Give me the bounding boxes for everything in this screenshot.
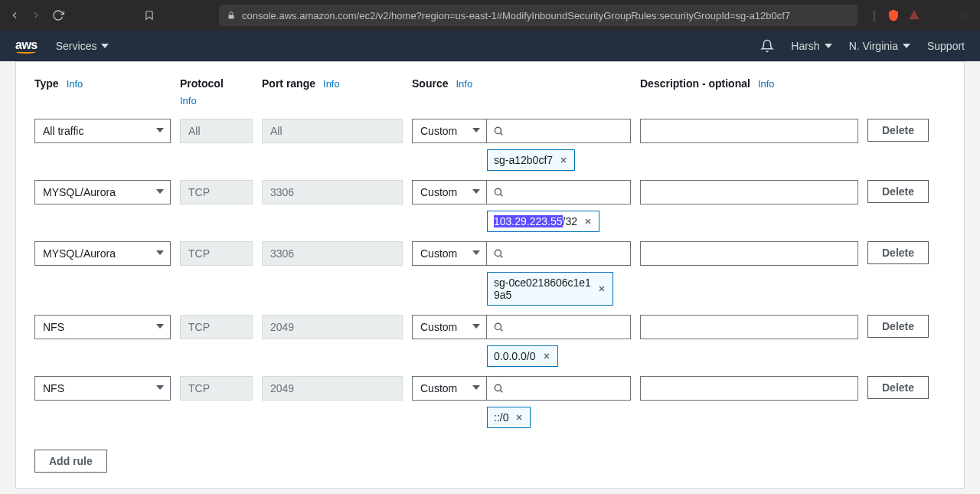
svg-point-14	[495, 323, 501, 329]
ext-icon[interactable]	[908, 9, 920, 21]
protocol-field: TCP	[180, 315, 253, 339]
search-icon	[493, 383, 504, 394]
svg-line-7	[501, 195, 503, 197]
info-link[interactable]: Info	[67, 78, 83, 90]
chevron-down-icon	[156, 250, 164, 255]
port-field: 2049	[262, 376, 403, 401]
info-link[interactable]: Info	[180, 95, 197, 106]
support-menu[interactable]: Support	[927, 40, 965, 52]
port-header: Port range	[262, 77, 315, 90]
source-type-select[interactable]: Custom	[412, 376, 487, 401]
rule-row: NFSTCP2049 Custom ::/0Delete	[34, 376, 946, 428]
svg-line-3	[501, 133, 503, 136]
nav-forward-icon[interactable]	[31, 10, 41, 21]
info-link[interactable]: Info	[323, 78, 340, 90]
user-menu[interactable]: Harsh	[791, 40, 831, 52]
port-field: 3306	[262, 241, 403, 266]
svg-point-1	[960, 11, 969, 20]
protocol-field: TCP	[180, 241, 253, 266]
delete-rule-button[interactable]: Delete	[867, 180, 929, 203]
region-menu[interactable]: N. Virginia	[849, 40, 910, 52]
reload-icon[interactable]	[52, 9, 64, 21]
chevron-down-icon	[472, 385, 480, 390]
delete-rule-button[interactable]: Delete	[867, 241, 929, 264]
search-icon	[493, 322, 504, 332]
type-value: NFS	[43, 321, 64, 333]
remove-tag-icon[interactable]	[559, 155, 568, 165]
svg-point-6	[495, 188, 501, 195]
inbound-rules-panel: Type Info Protocol Info Port range Info …	[15, 61, 965, 489]
delete-rule-button[interactable]: Delete	[867, 119, 929, 142]
chevron-down-icon	[156, 385, 164, 390]
source-search-input[interactable]	[487, 180, 631, 204]
source-tag[interactable]: 0.0.0.0/0	[487, 345, 558, 367]
chevron-down-icon	[156, 128, 164, 132]
protocol-header: Protocol	[180, 77, 224, 90]
type-select[interactable]: NFS	[34, 315, 171, 339]
chevron-down-icon	[472, 128, 480, 132]
svg-line-15	[501, 329, 503, 332]
type-header: Type	[34, 77, 59, 90]
search-icon	[493, 126, 504, 136]
chevron-down-icon	[825, 44, 832, 48]
nav-back-icon[interactable]	[9, 10, 20, 21]
source-search-input[interactable]	[487, 119, 631, 143]
remove-tag-icon[interactable]	[542, 352, 551, 361]
remove-tag-icon[interactable]	[514, 413, 524, 422]
description-input[interactable]	[640, 119, 858, 143]
chevron-down-icon	[156, 189, 164, 194]
chevron-down-icon	[472, 250, 480, 255]
type-select[interactable]: All traffic	[34, 119, 171, 143]
ext2-icon[interactable]	[959, 9, 971, 21]
source-type-select[interactable]: Custom	[412, 119, 487, 143]
remove-tag-icon[interactable]	[597, 284, 606, 293]
url-bar[interactable]: console.aws.amazon.com/ec2/v2/home?regio…	[219, 5, 858, 26]
source-type-select[interactable]: Custom	[412, 241, 487, 266]
type-select[interactable]: NFS	[34, 376, 171, 401]
browser-chrome: console.aws.amazon.com/ec2/v2/home?regio…	[0, 0, 980, 31]
services-menu[interactable]: Services	[56, 40, 109, 52]
type-select[interactable]: MYSQL/Aurora	[34, 180, 171, 204]
type-value: MYSQL/Aurora	[43, 247, 116, 260]
remove-tag-icon[interactable]	[583, 217, 593, 226]
source-tag[interactable]: sg-a12b0cf7	[487, 149, 575, 171]
search-icon	[493, 187, 504, 198]
add-rule-button[interactable]: Add rule	[34, 450, 107, 473]
info-link[interactable]: Info	[456, 78, 472, 90]
chevron-down-icon	[156, 324, 164, 329]
aws-logo[interactable]: aws	[15, 38, 38, 54]
rule-row: MYSQL/AuroraTCP3306 Custom 103.29.223.55…	[34, 180, 946, 232]
svg-line-11	[501, 256, 503, 258]
source-tag[interactable]: sg-0ce0218606c1e19a5	[487, 272, 613, 306]
rule-row: MYSQL/AuroraTCP3306 Custom sg-0ce0218606…	[34, 241, 946, 306]
type-value: MYSQL/Aurora	[43, 186, 116, 198]
source-search-input[interactable]	[487, 376, 631, 401]
source-tag[interactable]: ::/0	[487, 407, 531, 428]
description-input[interactable]	[640, 180, 858, 204]
bookmark-icon[interactable]	[144, 10, 155, 21]
brave-icon[interactable]	[887, 8, 900, 22]
source-tag[interactable]: 103.29.223.55/32	[487, 211, 599, 232]
port-field: 2049	[262, 315, 403, 339]
port-field: 3306	[262, 180, 403, 204]
protocol-field: TCP	[180, 180, 253, 204]
info-link[interactable]: Info	[758, 78, 775, 90]
delete-rule-button[interactable]: Delete	[867, 315, 929, 338]
description-input[interactable]	[640, 376, 858, 401]
bell-icon[interactable]	[760, 39, 774, 53]
description-input[interactable]	[640, 315, 858, 339]
source-type-select[interactable]: Custom	[412, 180, 487, 204]
source-type-select[interactable]: Custom	[412, 315, 487, 339]
source-search-input[interactable]	[487, 241, 631, 266]
delete-rule-button[interactable]: Delete	[867, 376, 929, 399]
lock-icon	[227, 11, 236, 20]
description-input[interactable]	[640, 241, 858, 266]
type-value: NFS	[43, 382, 64, 394]
svg-point-18	[495, 384, 501, 391]
aws-top-nav: aws Services Harsh N. Virginia Support	[0, 31, 980, 61]
svg-point-2	[495, 127, 501, 133]
type-select[interactable]: MYSQL/Aurora	[34, 241, 171, 266]
source-search-input[interactable]	[487, 315, 631, 339]
type-value: All traffic	[43, 125, 83, 137]
search-icon	[493, 248, 504, 259]
